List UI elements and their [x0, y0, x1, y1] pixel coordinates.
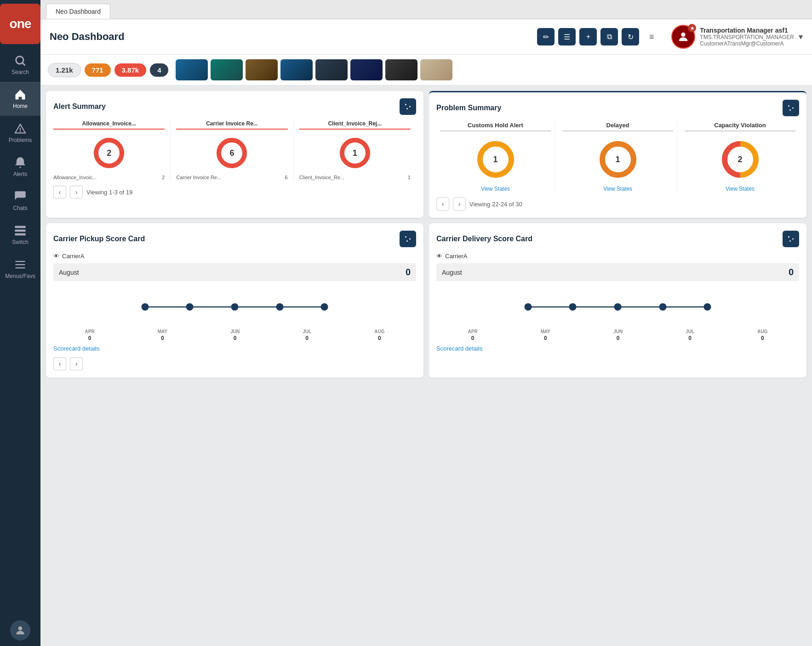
svg-point-40 [789, 240, 791, 242]
view-states-0[interactable]: View States [481, 186, 510, 192]
svg-point-44 [614, 303, 622, 311]
pickup-filter-button[interactable] [400, 231, 416, 247]
user-dropdown-arrow[interactable]: ▾ [799, 32, 803, 42]
stat-1[interactable]: 1.21k [48, 63, 81, 77]
avatar-large-icon [677, 30, 690, 43]
problem-prev-button[interactable]: ‹ [436, 198, 449, 210]
thumbnail-1[interactable] [176, 59, 208, 80]
list-button[interactable]: ☰ [558, 28, 576, 45]
thumbnail-3[interactable] [246, 59, 278, 80]
alert-donut-0[interactable]: 2 [93, 137, 125, 169]
sidebar-item-search[interactable]: Search [0, 48, 40, 82]
svg-rect-3 [15, 230, 25, 232]
sidebar-item-menus[interactable]: Menus/Favs [0, 252, 40, 286]
svg-point-29 [405, 236, 406, 238]
stat-3[interactable]: 3.87k [114, 63, 147, 77]
switch-icon [14, 224, 27, 237]
delivery-month: August [442, 269, 462, 276]
alert-item-1: Carrier Invoice Re... 6 Carrier Invoice … [176, 120, 293, 180]
alert-summary-title: Alert Summary [53, 102, 106, 111]
pickup-chart [53, 289, 416, 325]
refresh-button[interactable]: ↻ [622, 28, 639, 45]
add-button[interactable]: + [579, 28, 597, 45]
problem-donut-1[interactable]: 1 [597, 139, 639, 180]
alert-donut-1[interactable]: 6 [216, 137, 248, 169]
notification-badge: ★ [688, 24, 696, 32]
app-logo[interactable]: one [0, 4, 40, 44]
pickup-scorecard: Carrier Pickup Score Card 👁 CarrierA [46, 223, 423, 378]
thumbnail-4[interactable] [280, 59, 313, 80]
alert-next-button[interactable]: › [70, 186, 83, 198]
stat-2[interactable]: 771 [85, 63, 111, 77]
edit-button[interactable]: ✏ [537, 28, 555, 45]
svg-point-45 [659, 303, 667, 311]
problem-pagination: ‹ › Viewing 22-24 of 30 [436, 198, 799, 210]
alert-donut-0-value: 2 [107, 148, 111, 158]
pickup-label-0: APR 0 [85, 329, 95, 341]
chat-icon [14, 190, 27, 203]
alert-item-2-title: Client_Invoice_Rej... [299, 120, 411, 130]
svg-point-36 [276, 303, 284, 311]
problem-item-0: Customs Hold Alert 1 View States [436, 122, 555, 192]
top-bar: Neo Dashboard ✏ ☰ + ⧉ ↻ ≡ ★ [40, 19, 812, 55]
more-button[interactable]: ≡ [643, 28, 660, 45]
svg-point-37 [321, 303, 328, 311]
problem-filter-button[interactable] [783, 100, 799, 116]
delivery-scorecard-details[interactable]: Scorecard details [436, 345, 799, 352]
svg-rect-2 [15, 226, 25, 228]
user-info: Transportation Manager asf1 TMS.TRANSPOR… [700, 27, 794, 47]
pickup-next-button[interactable]: › [70, 357, 83, 370]
sidebar-item-switch[interactable]: Switch [0, 218, 40, 252]
thumbnail-6[interactable] [350, 59, 383, 80]
delivery-filter-icon [787, 235, 795, 243]
thumbnail-2[interactable] [211, 59, 243, 80]
pickup-label-2: JUN 0 [230, 329, 240, 341]
sidebar-bottom [10, 620, 30, 646]
pickup-label-4: AUG 0 [374, 329, 384, 341]
user-avatar-small[interactable] [10, 620, 30, 640]
problem-item-0-title: Customs Hold Alert [440, 122, 551, 131]
svg-point-42 [525, 303, 532, 311]
svg-point-9 [681, 33, 686, 37]
sidebar-item-alerts[interactable]: Alerts [0, 150, 40, 184]
sidebar-item-problems[interactable]: Problems [0, 116, 40, 150]
alert-prev-button[interactable]: ‹ [53, 186, 66, 198]
thumbnail-5[interactable] [315, 59, 348, 80]
tab-neo-dashboard[interactable]: Neo Dashboard [46, 4, 110, 19]
stat-4[interactable]: 4 [150, 63, 168, 77]
svg-point-21 [789, 109, 791, 111]
problem-summary-card: Problem Summary Customs Hold Alert [429, 91, 806, 218]
delivery-filter-button[interactable] [783, 231, 799, 247]
thumbnail-strip [176, 59, 452, 80]
copy-button[interactable]: ⧉ [600, 28, 618, 45]
alert-filter-button[interactable] [400, 98, 416, 115]
view-states-2[interactable]: View States [726, 186, 755, 192]
svg-point-34 [186, 303, 194, 311]
problem-donut-1-value: 1 [615, 155, 620, 164]
user-role: TMS.TRANSPORTATION_MANAGER [700, 34, 794, 40]
alert-item-1-footer: Carrier Invoice Re... 6 [176, 175, 287, 180]
delivery-label-2: JUN 0 [613, 329, 623, 341]
menu-icon [14, 258, 27, 271]
thumbnail-8[interactable] [420, 59, 452, 80]
sidebar-item-chats[interactable]: Chats [0, 184, 40, 218]
problem-next-button[interactable]: › [453, 198, 466, 210]
alert-donut-2[interactable]: 1 [339, 137, 371, 169]
svg-point-0 [16, 57, 23, 64]
svg-line-1 [23, 63, 25, 65]
problem-items: Customs Hold Alert 1 View States Delaye [436, 122, 799, 192]
sidebar-item-home[interactable]: Home [0, 82, 40, 116]
pickup-scorecard-details[interactable]: Scorecard details [53, 345, 416, 352]
problem-item-1-title: Delayed [562, 122, 673, 131]
thumbnail-7[interactable] [385, 59, 417, 80]
svg-rect-4 [15, 233, 25, 236]
delivery-scorecard: Carrier Delivery Score Card 👁 CarrierA [429, 223, 806, 378]
problem-donut-2[interactable]: 2 [720, 139, 761, 180]
alert-donut-1-value: 6 [229, 148, 234, 158]
eye-icon: 👁 [53, 253, 59, 260]
view-states-1[interactable]: View States [603, 186, 632, 192]
svg-point-10 [405, 104, 406, 105]
pickup-prev-button[interactable]: ‹ [53, 357, 66, 370]
delivery-carrier-label: 👁 CarrierA [436, 253, 799, 260]
problem-donut-0[interactable]: 1 [475, 139, 516, 180]
